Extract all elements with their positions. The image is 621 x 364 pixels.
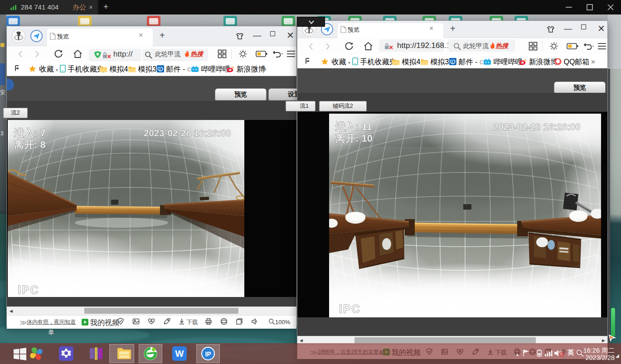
svg-text:进入: 11: 进入: 11 [335, 121, 372, 132]
svg-text:IP: IP [205, 350, 211, 358]
svg-text:2023-02-28 16:26:00: 2023-02-28 16:26:00 [144, 128, 231, 138]
svg-text:IPC: IPC [339, 302, 361, 315]
svg-text:进入: 7: 进入: 7 [14, 127, 46, 139]
svg-text:2023-02-28 16:26:00: 2023-02-28 16:26:00 [493, 121, 581, 132]
svg-text:离开: 8: 离开: 8 [14, 139, 46, 150]
svg-text:IPC: IPC [18, 283, 39, 296]
svg-text:离开: 10: 离开: 10 [335, 133, 373, 144]
